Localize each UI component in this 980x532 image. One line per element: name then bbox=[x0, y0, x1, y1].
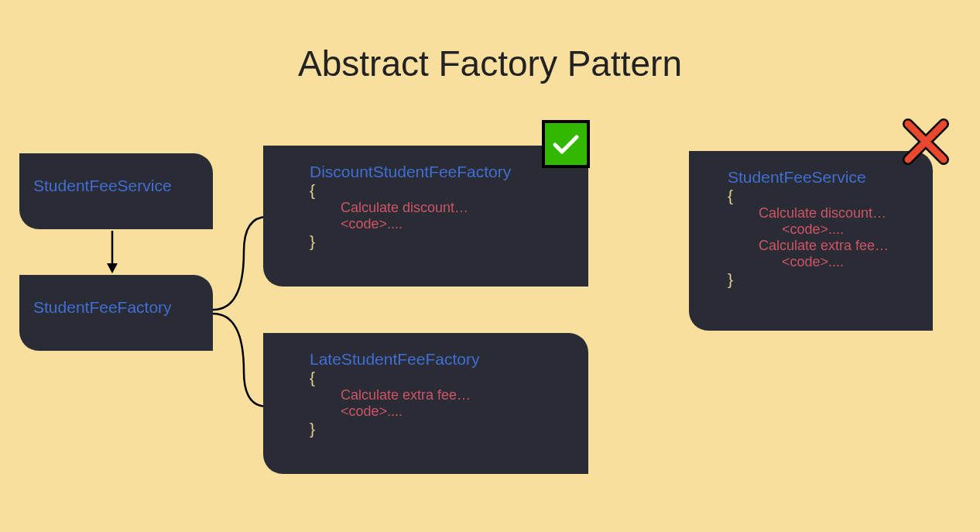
brace-open: { bbox=[286, 181, 565, 200]
class-name-factory: StudentFeeFactory bbox=[33, 298, 199, 317]
code-line: Calculate extra fee… bbox=[286, 387, 565, 403]
class-name-discount: DiscountStudentFeeFactory bbox=[286, 163, 565, 181]
box-late-factory: LateStudentFeeFactory { Calculate extra … bbox=[263, 333, 588, 474]
class-name-service: StudentFeeService bbox=[33, 177, 199, 195]
code-line: Calculate discount… bbox=[712, 205, 910, 221]
code-line: <code>.... bbox=[712, 254, 910, 270]
brace-close: } bbox=[286, 232, 565, 251]
class-name-wrong-service: StudentFeeService bbox=[712, 168, 910, 187]
class-name-late: LateStudentFeeFactory bbox=[286, 350, 565, 369]
box-student-fee-factory: StudentFeeFactory bbox=[19, 275, 213, 351]
checkmark-icon bbox=[542, 120, 590, 168]
brace-open: { bbox=[712, 187, 910, 205]
code-line: <code>.... bbox=[712, 221, 910, 238]
box-wrong-service: StudentFeeService { Calculate discount… … bbox=[689, 151, 933, 331]
box-discount-factory: DiscountStudentFeeFactory { Calculate di… bbox=[263, 146, 588, 287]
arrow-down-icon bbox=[101, 231, 124, 276]
code-line: <code>.... bbox=[286, 216, 565, 232]
box-student-fee-service: StudentFeeService bbox=[19, 153, 213, 229]
code-line: <code>.... bbox=[286, 403, 565, 420]
diagram-title: Abstract Factory Pattern bbox=[298, 43, 682, 84]
svg-marker-1 bbox=[107, 263, 118, 273]
brace-open: { bbox=[286, 369, 565, 387]
x-icon bbox=[902, 118, 950, 166]
brace-close: } bbox=[286, 420, 565, 438]
brace-close: } bbox=[712, 270, 910, 289]
code-line: Calculate discount… bbox=[286, 200, 565, 216]
code-line: Calculate extra fee… bbox=[712, 238, 910, 254]
